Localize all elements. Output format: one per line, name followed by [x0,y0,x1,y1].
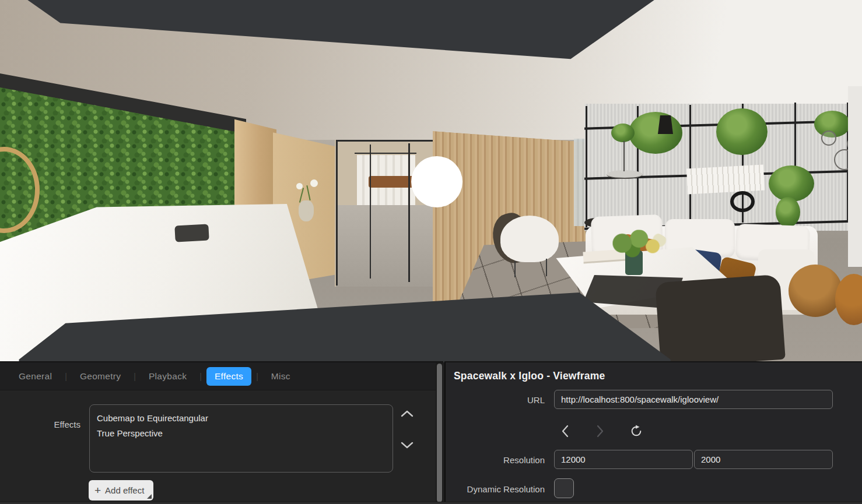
pendant-light [821,131,836,146]
disc-lamp [607,170,643,179]
black-vase [658,115,673,134]
flower [296,183,303,189]
wood-stool [789,265,842,317]
settings-tabbar: General | Geometry | Playback | Effects … [0,362,443,390]
effects-label: Effects [0,420,80,429]
browser-nav-controls [554,420,706,443]
url-input[interactable] [554,390,833,409]
chevron-right-icon [595,425,605,438]
shelf-plant [629,112,682,154]
refresh-icon [630,425,643,438]
resolution-label: Resolution [446,455,545,465]
back-button[interactable] [554,420,576,443]
hanging-plant [776,197,800,227]
tab-divider: | [65,372,67,381]
viewframe-title: Spacewalk x Igloo - Viewframe [454,370,605,382]
chevron-down-icon[interactable] [400,440,414,450]
tab-divider: | [256,372,258,381]
dark-lounge-chair [655,274,786,362]
panel-scrollbar-track[interactable] [436,362,443,504]
chevron-left-icon [560,425,570,438]
armchair-leg [546,259,547,276]
viewframe-panel: Spacewalk x Igloo - Viewframe URL [444,361,862,504]
panel-scrollbar-thumb[interactable] [437,364,442,502]
effects-list-item[interactable]: True Perspective [90,426,393,441]
tab-playback[interactable]: Playback [141,367,195,386]
plus-icon: + [94,485,101,496]
desk-vase [299,200,314,221]
sheer-curtain [848,86,862,267]
url-label: URL [446,395,545,405]
dynamic-resolution-checkbox[interactable] [554,478,574,498]
add-effect-label: Add effect [105,485,144,495]
chevron-up-icon[interactable] [400,409,414,418]
books [686,165,765,195]
resolution-height-input[interactable] [694,450,833,469]
tab-general[interactable]: General [10,367,60,386]
settings-panel: General | Geometry | Playback | Effects … [0,361,443,504]
corridor-far-chairs [369,176,414,188]
resolution-width-input[interactable] [554,450,693,469]
dropdown-corner-icon [147,494,152,499]
door-frame [336,140,338,286]
refresh-button[interactable] [625,420,647,443]
flower [310,179,318,187]
app-window: General | Geometry | Playback | Effects … [0,0,862,504]
effects-list-item[interactable]: Cubemap to Equirectangular [90,411,393,426]
tab-misc[interactable]: Misc [263,367,299,386]
panel-bottom-edge [0,502,862,504]
door-frame [370,144,371,279]
shelf-plant [716,108,768,155]
tab-divider: | [134,372,136,381]
door-lintel [355,153,416,154]
shelf-plant [769,165,814,202]
effects-list[interactable]: Cubemap to Equirectangular True Perspect… [89,404,393,473]
tab-divider: | [199,372,202,381]
shelf-plant [611,124,635,142]
forward-button[interactable] [589,420,611,443]
add-effect-button[interactable]: + Add effect [89,480,153,501]
tab-effects[interactable]: Effects [206,367,251,386]
view-center-marker [411,156,462,207]
armchair-leg [514,261,516,277]
shelf-post [689,105,691,225]
shelf-post [586,106,587,227]
ring-sculpture [730,191,755,212]
lamp-stem [623,141,625,171]
desk-chair [174,224,209,242]
door-lintel [336,140,434,142]
flower-arrangement [602,230,670,260]
effects-reorder-controls [400,401,416,477]
door-frame [408,143,410,282]
dynamic-resolution-label: Dynamic Resolution [446,484,545,494]
panorama-viewport[interactable] [0,0,862,362]
corridor-floor [336,205,435,287]
tab-geometry[interactable]: Geometry [72,367,129,386]
armchair [500,216,559,262]
